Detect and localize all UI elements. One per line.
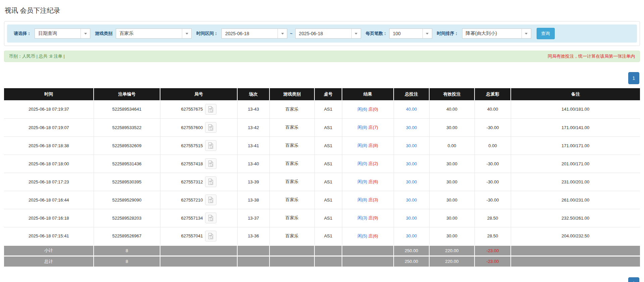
cell-payout: 28.50 [475, 209, 511, 227]
page-1-button[interactable]: 1 [628, 72, 639, 84]
table-row: 2025-06-18 07:18:38 522589532609 6275575… [4, 136, 640, 155]
video-record-icon[interactable] [205, 231, 216, 241]
cell-round-id: 627557041 [181, 233, 203, 238]
cell-valid-bet: 30.00 [429, 118, 475, 136]
cell-bet-id: 522589532609 [94, 136, 160, 155]
cell-table-no: AS1 [314, 209, 342, 227]
search-button[interactable]: 查询 [537, 28, 555, 39]
result-player: 闲(0) [357, 161, 367, 166]
total-bet-link[interactable]: 30.00 [406, 143, 417, 148]
cell-result: 闲(3) 庄(9) [342, 209, 394, 227]
cell-time: 2025-06-18 07:16:18 [4, 209, 94, 227]
cell-note: 232.50/261.00 [511, 209, 640, 227]
cell-session: 13-43 [237, 100, 269, 118]
total-bet-link[interactable]: 30.00 [406, 161, 417, 166]
result-banker: 庄(6) [368, 233, 378, 238]
result-banker: 庄(3) [368, 197, 378, 202]
table-row: 2025-06-18 07:16:44 522589529090 6275572… [4, 191, 640, 209]
chevron-down-icon[interactable] [351, 29, 361, 38]
game-type-label: 游戏类别 [95, 31, 112, 37]
date-range-label: 时间区间： [196, 31, 218, 37]
cell-bet-id: 522589534641 [94, 100, 160, 118]
cell-game-type: 百家乐 [269, 173, 314, 191]
total-bet-link[interactable]: 40.00 [406, 107, 417, 112]
total-bet-link[interactable]: 30.00 [406, 179, 417, 184]
date-from-select[interactable]: 2025-06-18 [221, 29, 287, 39]
cell-table-no: AS1 [314, 227, 342, 245]
table-row: 2025-06-18 07:18:00 522589531436 6275574… [4, 155, 640, 173]
cell-bet-id: 522589533522 [94, 118, 160, 136]
cell-game-type: 百家乐 [269, 100, 314, 118]
date-to-select[interactable]: 2025-06-18 [295, 29, 361, 39]
summary-notice: 同局有效投注，统一计算在该局第一张注单内 [548, 53, 635, 59]
sort-order-select[interactable]: 降幂(由大到小) [462, 29, 531, 39]
result-player: 闲(3) [357, 215, 367, 220]
cell-note: 171.00/171.00 [511, 136, 640, 155]
header-bet-id: 注单编号 [94, 88, 160, 100]
header-total-bet: 总投注 [394, 88, 429, 100]
cell-session: 13-41 [237, 136, 269, 155]
video-record-icon[interactable] [205, 140, 216, 151]
cell-valid-bet: 30.00 [429, 209, 475, 227]
total-bet-link[interactable]: 30.00 [406, 233, 417, 238]
game-type-value: 百家乐 [116, 29, 182, 38]
header-game-type: 游戏类别 [269, 88, 314, 100]
cell-table-no: AS1 [314, 136, 342, 155]
cell-session: 13-40 [237, 155, 269, 173]
chevron-down-icon[interactable] [182, 29, 191, 38]
cell-session: 13-36 [237, 227, 269, 245]
total-bet-link[interactable]: 30.00 [406, 216, 417, 221]
cell-note: 261.00/231.00 [511, 191, 640, 209]
page-size-value: 100 [390, 29, 423, 38]
cell-valid-bet: 30.00 [429, 191, 475, 209]
cell-payout: -30.00 [475, 155, 511, 173]
header-result: 结果 [342, 88, 394, 100]
chevron-down-icon[interactable] [423, 29, 432, 38]
cell-game-type: 百家乐 [269, 227, 314, 245]
cell-valid-bet: 30.00 [429, 173, 475, 191]
video-record-icon[interactable] [205, 104, 216, 115]
filter-bar: 请选择： 日期查询 游戏类别 百家乐 时间区间： 2025-06-18 ~ 20… [7, 24, 637, 43]
video-record-icon[interactable] [205, 213, 216, 223]
header-time: 时间 [4, 88, 94, 100]
chevron-down-icon[interactable] [522, 29, 531, 38]
table-row: 2025-06-18 07:15:41 522589526967 6275570… [4, 227, 640, 245]
table-row: 2025-06-18 07:16:18 522589528203 6275571… [4, 209, 640, 227]
chevron-down-icon[interactable] [81, 29, 90, 38]
cell-game-type: 百家乐 [269, 118, 314, 136]
cell-table-no: AS1 [314, 173, 342, 191]
total-bet-link[interactable]: 30.00 [406, 198, 417, 203]
page-1-button[interactable]: 1 [628, 277, 639, 282]
total-bet-link[interactable]: 30.00 [406, 125, 417, 130]
result-player: 闲(6) [357, 107, 367, 112]
date-from-value: 2025-06-18 [222, 29, 278, 38]
cell-game-type: 百家乐 [269, 136, 314, 155]
video-record-icon[interactable] [205, 176, 216, 187]
video-record-icon[interactable] [205, 158, 216, 169]
cell-round-id: 627557600 [181, 125, 203, 130]
video-record-icon[interactable] [205, 194, 216, 205]
total-payout: -23.00 [475, 256, 511, 267]
game-type-select[interactable]: 百家乐 [116, 29, 192, 39]
query-type-select[interactable]: 日期查询 [35, 29, 90, 39]
header-note: 备注 [511, 88, 640, 100]
page-size-select[interactable]: 100 [389, 29, 432, 39]
cell-valid-bet: 0.00 [429, 136, 475, 155]
sort-order-value: 降幂(由大到小) [462, 29, 522, 38]
subtotal-row: 小计 8 250.00 220.00 -23.00 [4, 245, 640, 256]
chevron-down-icon[interactable] [278, 29, 287, 38]
pagination-top: 1 [4, 72, 639, 84]
table-row: 2025-06-18 07:19:07 522589533522 6275576… [4, 118, 640, 136]
header-payout: 总派彩 [475, 88, 511, 100]
filter-panel: 请选择： 日期查询 游戏类别 百家乐 时间区间： 2025-06-18 ~ 20… [4, 21, 640, 46]
video-record-icon[interactable] [205, 122, 216, 133]
cell-bet-id: 522589526967 [94, 227, 160, 245]
cell-note: 141.00/181.00 [511, 100, 640, 118]
result-player: 闲(8) [357, 125, 367, 130]
cell-result: 闲(8) 庄(7) [342, 118, 394, 136]
cell-round-id: 627557515 [181, 143, 203, 148]
cell-session: 13-42 [237, 118, 269, 136]
total-count: 8 [94, 256, 160, 267]
subtotal-count: 8 [94, 245, 160, 256]
total-valid-bet: 220.00 [429, 256, 475, 267]
